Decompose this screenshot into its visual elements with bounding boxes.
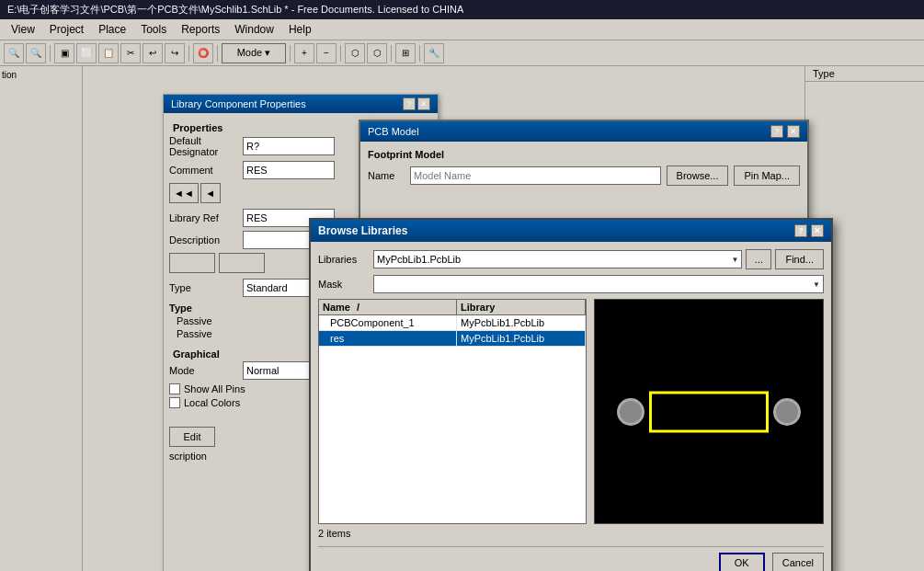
pcb-pad-right xyxy=(773,398,801,426)
pcb-model-title-text: PCB Model xyxy=(368,126,419,137)
pcb-model-close-btn[interactable]: ✕ xyxy=(787,125,800,138)
browse-body: Libraries MyPcbLib1.PcbLib ▼ ... Find...… xyxy=(311,242,831,571)
dialog-buttons: OK Cancel xyxy=(318,546,824,571)
comment-label: Comment xyxy=(169,165,243,176)
find-btn[interactable]: Find... xyxy=(775,249,824,269)
edit-comp-btn[interactable] xyxy=(219,253,265,273)
content-area: Type Library Component Properties ? ✕ Pr… xyxy=(83,66,924,571)
toolbar-btn-3[interactable]: ▣ xyxy=(54,43,74,63)
pcb-model-title: PCB Model ? ✕ xyxy=(360,121,807,142)
menu-help[interactable]: Help xyxy=(281,21,319,38)
component-list[interactable]: Name / Library PCBComponent_1 MyPcbLib1.… xyxy=(318,299,587,524)
lib-comp-dialog-title-buttons: ? ✕ xyxy=(403,97,430,110)
bottom-edit-btn[interactable]: Edit xyxy=(169,427,215,447)
toolbar-btn-4[interactable]: ⬜ xyxy=(76,43,97,63)
left-panel: tion xyxy=(0,66,83,571)
browse-model-btn[interactable]: Browse... xyxy=(667,166,729,186)
toolbar-btn-12[interactable]: ⬡ xyxy=(345,43,365,63)
left-panel-label: tion xyxy=(0,66,82,84)
item-1-name: PCBComponent_1 xyxy=(319,315,457,330)
mask-row: Mask ▼ xyxy=(318,275,824,293)
list-item[interactable]: res MyPcbLib1.PcbLib xyxy=(319,331,586,347)
toolbar-btn-9[interactable]: ⭕ xyxy=(193,43,213,63)
footprint-name-row: Name Browse... Pin Map... xyxy=(368,166,800,186)
show-all-pins-label: Show All Pins xyxy=(184,383,245,394)
toolbar-btn-7[interactable]: ↩ xyxy=(143,43,163,63)
item-2-name: res xyxy=(319,331,457,346)
libraries-dropdown[interactable]: MyPcbLib1.PcbLib ▼ xyxy=(373,250,742,268)
pcb-model-title-btns: ? ✕ xyxy=(770,125,800,138)
browse-dialog: Browse Libraries ? ✕ Libraries MyPcbLib1… xyxy=(309,218,833,571)
preview-area xyxy=(594,299,824,524)
show-all-pins-checkbox[interactable] xyxy=(169,383,180,394)
nav-first-btn[interactable]: ◄◄ xyxy=(169,183,199,203)
item-2-library: MyPcbLib1.PcbLib xyxy=(457,331,586,346)
toolbar-btn-1[interactable]: 🔍 xyxy=(4,43,24,63)
library-ref-label: Library Ref xyxy=(169,212,243,223)
list-item[interactable]: PCBComponent_1 MyPcbLib1.PcbLib xyxy=(319,315,586,331)
main-area: tion Type Library Component Properties ?… xyxy=(0,66,924,571)
lib-comp-dialog-help-btn[interactable]: ? xyxy=(403,97,416,110)
type-label: Type xyxy=(169,282,243,293)
footprint-model-label: Footprint Model xyxy=(368,149,800,160)
title-bar: E:\电子创客学习文件\PCB\第一个PCB文件\MySchlib1.SchLi… xyxy=(0,0,924,19)
toolbar-sep-6 xyxy=(391,45,392,62)
toolbar-btn-15[interactable]: 🔧 xyxy=(424,43,444,63)
browse-help-btn[interactable]: ? xyxy=(794,224,807,237)
menu-window[interactable]: Window xyxy=(227,21,281,38)
pcb-pad-left xyxy=(617,398,645,426)
menu-project[interactable]: Project xyxy=(42,21,91,38)
toolbar-btn-6[interactable]: ✂ xyxy=(120,43,141,63)
pin-map-btn[interactable]: Pin Map... xyxy=(734,166,800,186)
type-column-header: Type xyxy=(805,66,924,82)
title-text: E:\电子创客学习文件\PCB\第一个PCB文件\MySchlib1.SchLi… xyxy=(7,3,463,17)
name-col-header: Name / xyxy=(319,300,457,314)
list-header: Name / Library xyxy=(319,300,586,315)
toolbar-btn-13[interactable]: ⬡ xyxy=(367,43,387,63)
mode-dropdown-btn[interactable]: Mode ▾ xyxy=(222,43,286,63)
toolbar-btn-14[interactable]: ⊞ xyxy=(395,43,416,63)
menu-place[interactable]: Place xyxy=(91,21,133,38)
menu-view[interactable]: View xyxy=(4,21,42,38)
browse-dialog-title-text: Browse Libraries xyxy=(318,224,407,237)
mask-label: Mask xyxy=(318,279,373,290)
libraries-label: Libraries xyxy=(318,254,373,265)
toolbar-sep-2 xyxy=(188,45,189,62)
ok-btn[interactable]: OK xyxy=(719,553,765,571)
toolbar: 🔍 🔍 ▣ ⬜ 📋 ✂ ↩ ↪ ⭕ Mode ▾ + − ⬡ ⬡ ⊞ 🔧 xyxy=(0,40,924,66)
model-name-input[interactable] xyxy=(410,166,661,185)
mode-value: Normal xyxy=(246,365,279,376)
nav-prev-btn[interactable]: ◄ xyxy=(200,183,221,203)
lib-comp-dialog-title-text: Library Component Properties xyxy=(171,98,306,109)
default-designator-input[interactable] xyxy=(243,137,335,155)
pcb-component-preview xyxy=(617,375,801,449)
mask-dropdown[interactable]: ▼ xyxy=(373,275,824,293)
delete-btn[interactable] xyxy=(169,253,215,273)
menu-tools[interactable]: Tools xyxy=(133,21,174,38)
toolbar-btn-11[interactable]: − xyxy=(316,43,337,63)
toolbar-btn-2[interactable]: 🔍 xyxy=(26,43,46,63)
browse-dialog-title: Browse Libraries ? ✕ xyxy=(311,220,831,242)
pcb-body xyxy=(649,391,769,432)
library-col-header: Library xyxy=(457,300,586,314)
browse-title-btns: ? ✕ xyxy=(794,224,824,237)
name-label: Name xyxy=(368,170,405,181)
browse-libs-btn[interactable]: ... xyxy=(746,249,771,269)
local-colors-checkbox[interactable] xyxy=(169,397,180,408)
items-count: 2 items xyxy=(318,528,824,539)
toolbar-btn-10[interactable]: + xyxy=(294,43,314,63)
lib-list-area: Name / Library PCBComponent_1 MyPcbLib1.… xyxy=(318,299,824,524)
menu-reports[interactable]: Reports xyxy=(174,21,227,38)
toolbar-btn-8[interactable]: ↪ xyxy=(165,43,185,63)
comment-input[interactable] xyxy=(243,161,335,179)
mask-arrow: ▼ xyxy=(813,280,820,289)
lib-comp-dialog-close-btn[interactable]: ✕ xyxy=(417,97,430,110)
browse-close-btn[interactable]: ✕ xyxy=(811,224,824,237)
pcb-model-help-btn[interactable]: ? xyxy=(770,125,783,138)
default-designator-label: Default Designator xyxy=(169,135,243,157)
toolbar-btn-5[interactable]: 📋 xyxy=(98,43,119,63)
libraries-row: Libraries MyPcbLib1.PcbLib ▼ ... Find... xyxy=(318,249,824,269)
menu-bar: View Project Place Tools Reports Window … xyxy=(0,19,924,40)
cancel-btn[interactable]: Cancel xyxy=(772,553,824,571)
toolbar-sep-4 xyxy=(290,45,291,62)
